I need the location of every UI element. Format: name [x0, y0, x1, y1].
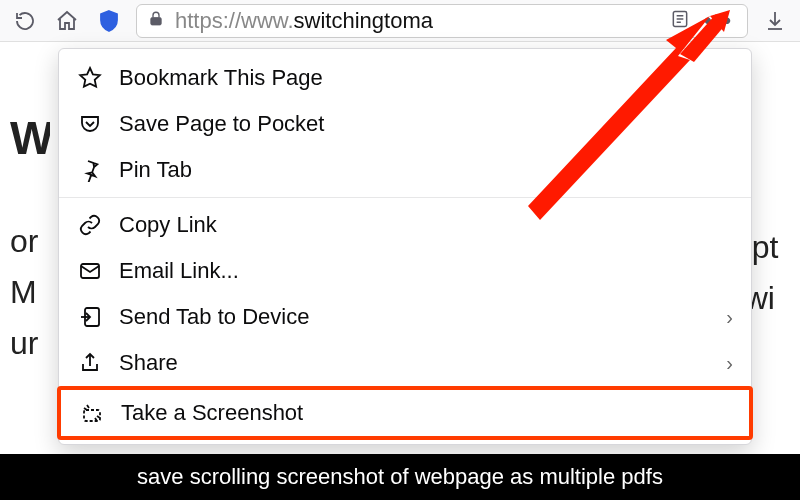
share-icon [77, 350, 103, 376]
link-icon [77, 212, 103, 238]
menu-take-screenshot[interactable]: Take a Screenshot [57, 386, 753, 440]
mail-icon [77, 258, 103, 284]
url-bar[interactable]: https://www.switchingtoma ••• [136, 4, 748, 38]
chevron-right-icon: › [726, 352, 733, 375]
reload-button[interactable] [10, 6, 40, 36]
menu-label: Send Tab to Device [119, 304, 710, 330]
menu-label: Take a Screenshot [121, 400, 731, 426]
menu-bookmark[interactable]: Bookmark This Page [59, 55, 751, 101]
lock-icon [147, 10, 165, 32]
menu-label: Bookmark This Page [119, 65, 733, 91]
menu-label: Pin Tab [119, 157, 733, 183]
url-text: https://www.switchingtoma [175, 8, 433, 34]
menu-label: Share [119, 350, 710, 376]
menu-label: Email Link... [119, 258, 733, 284]
star-icon [77, 65, 103, 91]
menu-pocket[interactable]: Save Page to Pocket [59, 101, 751, 147]
chevron-right-icon: › [726, 306, 733, 329]
screenshot-icon [79, 400, 105, 426]
reader-mode-icon[interactable] [670, 9, 690, 33]
menu-label: Save Page to Pocket [119, 111, 733, 137]
menu-separator [59, 197, 751, 198]
send-device-icon [77, 304, 103, 330]
menu-email-link[interactable]: Email Link... [59, 248, 751, 294]
svg-rect-0 [151, 17, 162, 25]
menu-copy-link[interactable]: Copy Link [59, 202, 751, 248]
page-actions-menu: Bookmark This Page Save Page to Pocket P… [58, 48, 752, 445]
pocket-icon [77, 111, 103, 137]
page-actions-button[interactable]: ••• [700, 8, 737, 34]
tracking-protection-icon[interactable] [94, 6, 124, 36]
menu-pin-tab[interactable]: Pin Tab [59, 147, 751, 193]
home-button[interactable] [52, 6, 82, 36]
caption-text: save scrolling screenshot of webpage as … [137, 464, 663, 490]
pin-icon [77, 157, 103, 183]
menu-send-tab[interactable]: Send Tab to Device › [59, 294, 751, 340]
caption-bar: save scrolling screenshot of webpage as … [0, 454, 800, 500]
browser-toolbar: https://www.switchingtoma ••• [0, 0, 800, 42]
downloads-button[interactable] [760, 6, 790, 36]
menu-label: Copy Link [119, 212, 733, 238]
menu-share[interactable]: Share › [59, 340, 751, 386]
